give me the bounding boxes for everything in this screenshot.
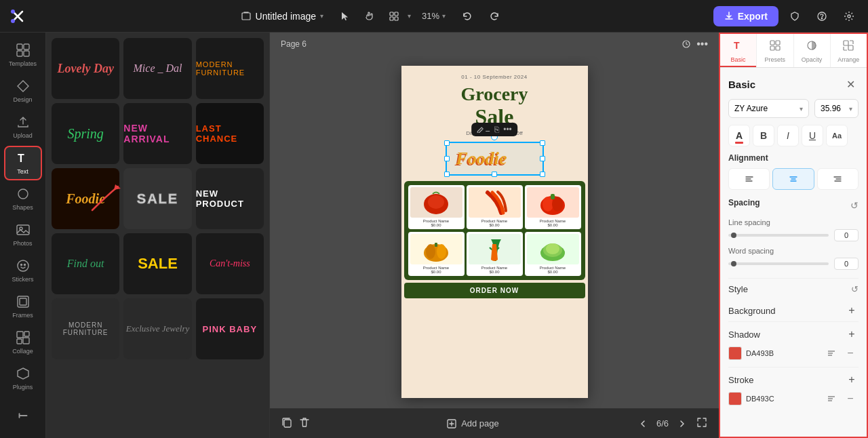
stroke-color-swatch[interactable] xyxy=(728,392,742,405)
add-page-btn[interactable]: Add page xyxy=(446,418,499,429)
style-row[interactable]: Style ↺ xyxy=(728,278,859,300)
zoom-control[interactable]: 31% ▾ xyxy=(416,8,451,24)
format-color-btn[interactable]: A xyxy=(728,125,750,146)
sidebar-item-text[interactable]: T Text xyxy=(4,146,42,180)
sidebar-item-upload[interactable]: Upload xyxy=(4,110,42,144)
canvas-settings-icon[interactable] xyxy=(682,39,691,49)
settings-icon[interactable] xyxy=(838,5,860,27)
background-add-btn[interactable]: + xyxy=(845,304,859,317)
template-card-pink-baby[interactable]: PINK BABY xyxy=(196,298,264,359)
sidebar-item-templates[interactable]: Templates xyxy=(4,38,42,73)
template-card-new-product[interactable]: NEW PRODUCT xyxy=(196,168,264,229)
prev-page-btn[interactable] xyxy=(635,416,651,432)
stroke-settings-btn[interactable] xyxy=(823,391,840,407)
background-row[interactable]: Background + xyxy=(728,300,859,321)
word-spacing-thumb[interactable] xyxy=(731,261,736,266)
sidebar-item-plugins[interactable]: Plugins xyxy=(4,361,42,395)
panel-close-btn[interactable]: ✕ xyxy=(842,76,859,92)
template-card-last-chance[interactable]: LAST CHANCE xyxy=(196,103,264,164)
toolbar-more-btn[interactable]: ••• xyxy=(503,125,512,134)
font-family-selector[interactable]: ZY Azure ▾ xyxy=(728,99,809,118)
redo-button[interactable] xyxy=(484,5,505,27)
pointer-tool[interactable] xyxy=(334,5,356,27)
template-card-new-arrival[interactable]: NEW ARRIVAL xyxy=(123,103,191,164)
handle-ml[interactable] xyxy=(444,156,450,161)
handle-bl[interactable] xyxy=(444,172,450,177)
layout-dropdown-icon[interactable]: ▾ xyxy=(408,12,411,20)
spacing-reset-btn[interactable]: ↺ xyxy=(850,200,859,211)
font-family-dropdown-icon: ▾ xyxy=(800,105,803,113)
fullscreen-btn[interactable] xyxy=(696,416,708,431)
sidebar-item-frames[interactable]: Frames xyxy=(4,289,42,323)
tab-opacity[interactable]: Opacity xyxy=(794,34,831,67)
sidebar-item-shapes[interactable]: Shapes xyxy=(4,182,42,216)
handle-tr[interactable] xyxy=(540,140,545,146)
align-center-btn[interactable] xyxy=(772,168,814,190)
format-bold-btn[interactable]: B xyxy=(753,125,774,146)
shadow-settings-btn[interactable] xyxy=(823,345,840,361)
template-card-modern-furniture[interactable]: Modern Furniture xyxy=(196,38,264,99)
shadow-remove-btn[interactable]: − xyxy=(842,345,859,361)
sidebar-item-stickers[interactable]: Stickers xyxy=(4,254,42,288)
layout-tool[interactable] xyxy=(383,5,405,27)
template-card-find-out[interactable]: Find out xyxy=(52,233,119,294)
template-card-sale-yellow[interactable]: SALE xyxy=(123,233,191,294)
template-card-mice-dal[interactable]: Mice _ Dal xyxy=(123,38,191,99)
undo-button[interactable] xyxy=(456,5,478,27)
shield-icon[interactable] xyxy=(784,5,806,27)
hand-tool[interactable] xyxy=(359,5,380,27)
align-right-btn[interactable] xyxy=(817,168,859,190)
sidebar-collapse-btn[interactable] xyxy=(4,398,42,433)
toolbar-edit-btn[interactable] xyxy=(477,126,490,133)
export-button[interactable]: Export xyxy=(713,6,778,26)
line-spacing-thumb[interactable] xyxy=(731,233,736,238)
text-selection-box[interactable]: Foodie xyxy=(446,142,544,176)
style-reset-btn[interactable]: ↺ xyxy=(851,284,859,294)
shadow-header[interactable]: Shadow + xyxy=(728,327,859,341)
products-grid-bottom: Product Name $0.00 Product Name $0.00 xyxy=(408,232,581,276)
template-card-lovely-day[interactable]: Lovely Day xyxy=(52,38,119,99)
sidebar-item-collage[interactable]: Collage xyxy=(4,325,42,359)
selected-text-container[interactable]: ⎘ ••• xyxy=(446,142,544,176)
word-spacing-slider[interactable] xyxy=(728,262,829,265)
font-family-value: ZY Azure xyxy=(734,104,768,113)
shadow-add-btn[interactable]: + xyxy=(845,327,859,341)
stroke-remove-btn[interactable]: − xyxy=(842,391,859,407)
copy-page-btn[interactable] xyxy=(281,416,293,431)
tab-presets[interactable]: Presets xyxy=(757,34,793,67)
template-card-exclusive-jewelry[interactable]: Exclusive Jewelry xyxy=(123,298,191,359)
sidebar-item-design[interactable]: Design xyxy=(4,74,42,108)
template-card-sale-white[interactable]: SALE xyxy=(123,168,191,229)
line-spacing-slider[interactable] xyxy=(728,234,829,237)
delete-page-btn[interactable] xyxy=(298,416,311,431)
font-size-selector[interactable]: 35.96 ▾ xyxy=(814,99,859,118)
template-card-cant-miss[interactable]: Can't-miss xyxy=(196,233,264,294)
format-case-btn[interactable]: Aa xyxy=(826,125,848,146)
template-card-foodie[interactable]: Foodie xyxy=(52,168,119,229)
template-card-spring[interactable]: Spring xyxy=(52,103,119,164)
handle-mr[interactable] xyxy=(540,156,545,161)
format-italic-btn[interactable]: I xyxy=(777,125,799,146)
handle-tl[interactable] xyxy=(444,140,450,146)
file-name-button[interactable]: Untitled image ▾ xyxy=(235,8,330,24)
stroke-header[interactable]: Stroke + xyxy=(728,373,859,386)
next-page-btn[interactable] xyxy=(674,416,690,432)
stroke-add-btn[interactable]: + xyxy=(845,373,859,386)
tab-basic[interactable]: T Basic xyxy=(720,34,757,67)
sidebar-label-design: Design xyxy=(13,96,32,103)
canvas-more-icon[interactable]: ••• xyxy=(696,38,708,50)
align-left-btn[interactable] xyxy=(728,168,770,190)
tab-arrange[interactable]: Arrange xyxy=(831,34,867,67)
template-card-modern-furn2[interactable]: MODERN FURNITURE xyxy=(52,298,119,359)
handle-br[interactable] xyxy=(540,172,545,177)
shadow-color-swatch[interactable] xyxy=(728,346,742,360)
product-price-6: $0.00 xyxy=(527,270,579,274)
canvas-container[interactable]: 01 - 10 September 2024 Grocery Sale Disc… xyxy=(270,56,719,408)
help-icon[interactable] xyxy=(811,5,833,27)
format-underline-btn[interactable]: U xyxy=(802,125,823,146)
toolbar-copy-btn[interactable]: ⎘ xyxy=(494,125,499,134)
order-now-button[interactable]: ORDER NOW xyxy=(404,283,585,298)
sidebar-item-photos[interactable]: Photos xyxy=(4,218,42,252)
handle-mb[interactable] xyxy=(492,172,497,177)
logo-icon[interactable] xyxy=(8,7,27,26)
